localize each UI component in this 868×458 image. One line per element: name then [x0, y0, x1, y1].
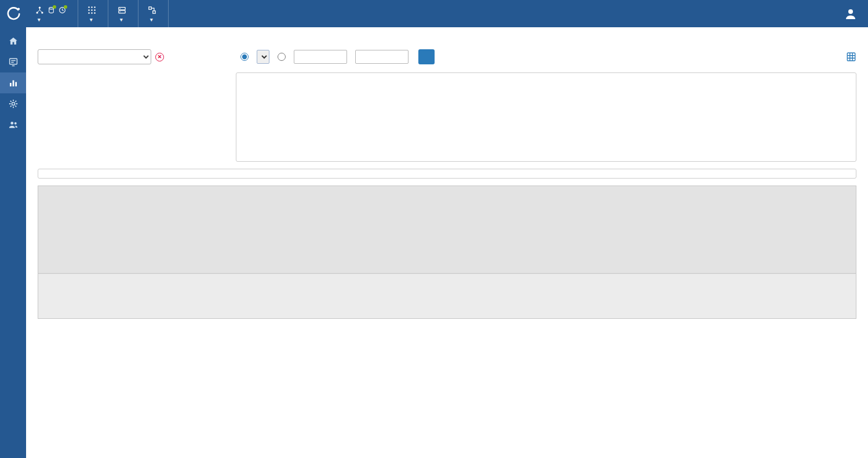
sidebar-item-configuration[interactable] — [0, 93, 26, 114]
apply-period-button[interactable] — [418, 49, 435, 64]
breadcrumb — [38, 27, 856, 48]
sidebar-item-home[interactable] — [0, 31, 26, 52]
availability-pie-panel — [38, 72, 229, 162]
gear-icon — [8, 99, 19, 109]
period-select[interactable] — [257, 50, 269, 64]
export-icon[interactable] — [846, 52, 856, 62]
availability-timeline — [38, 186, 856, 319]
chevron-down-icon: ▾ — [150, 17, 153, 23]
menu-services[interactable]: ▾ — [78, 0, 108, 27]
clear-selection-icon[interactable]: ✕ — [155, 53, 164, 61]
menu-bactivities[interactable]: ▾ — [138, 0, 169, 27]
from-date-input[interactable] — [294, 50, 347, 64]
menu-pollers[interactable]: ▾ — [26, 0, 78, 27]
menu-hosts[interactable]: ▾ — [108, 0, 138, 27]
timeline-main[interactable] — [38, 186, 856, 274]
monitoring-icon — [8, 57, 19, 67]
hosts-icon — [118, 6, 126, 14]
sidebar-item-monitoring[interactable] — [0, 52, 26, 72]
timeline-brush[interactable] — [38, 274, 856, 318]
sidebar — [0, 27, 26, 458]
host-state-panel — [236, 72, 856, 162]
sidebar-item-administration[interactable] — [0, 114, 26, 135]
home-icon — [8, 36, 19, 46]
centreon-logo[interactable] — [0, 0, 26, 27]
sidebar-item-reporting[interactable] — [0, 72, 26, 93]
host-select[interactable] — [38, 49, 151, 64]
user-icon — [844, 7, 858, 21]
pollers-icon — [35, 6, 44, 14]
poller-database-icon — [48, 6, 55, 14]
services-icon — [87, 6, 96, 14]
logo-icon — [6, 6, 21, 21]
reporting-period-radio[interactable] — [240, 53, 249, 61]
custom-period-radio[interactable] — [278, 53, 286, 61]
main-content: ✕ — [26, 27, 868, 458]
service-breakdown-panel — [38, 169, 856, 179]
business-activities-icon — [148, 6, 156, 14]
top-bar: ▾ ▾ ▾ — [0, 0, 868, 27]
chevron-down-icon: ▾ — [90, 17, 93, 23]
chevron-down-icon: ▾ — [38, 17, 41, 23]
availability-pie — [96, 78, 170, 152]
reporting-icon — [8, 78, 19, 88]
poller-latency-icon — [59, 6, 66, 14]
host-state-title — [236, 73, 856, 82]
to-date-input[interactable] — [355, 50, 409, 64]
chevron-down-icon: ▾ — [120, 17, 123, 23]
filter-toolbar: ✕ — [38, 48, 856, 66]
breakdown-title — [38, 169, 856, 178]
users-icon — [8, 119, 19, 130]
user-menu-button[interactable] — [844, 7, 858, 21]
